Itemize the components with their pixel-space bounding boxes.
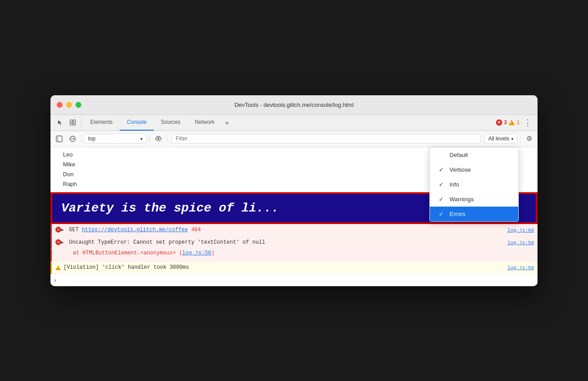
svg-rect-0 — [70, 120, 72, 122]
error-icon-1: ✕ — [55, 227, 61, 233]
svg-point-8 — [157, 138, 159, 140]
dropdown-item-errors[interactable]: ✓ Errors — [430, 207, 518, 221]
window-title: DevTools - devtools.glitch.me/console/lo… — [235, 102, 354, 108]
log-entry-error-2: ✕ ▶ Uncaught TypeError: Cannot set prope… — [50, 237, 538, 249]
error-badge: ✕ 3 1 — [496, 119, 520, 126]
log-text-2: ▶ Uncaught TypeError: Cannot set propert… — [61, 238, 504, 246]
log-file-1[interactable]: log.js:68 — [508, 228, 534, 233]
console-toolbar: top ▾ All levels ▾ ⚙ — [50, 131, 538, 147]
close-button[interactable] — [57, 102, 63, 108]
expand-arrow-2[interactable]: ▶ — [61, 240, 64, 245]
layers-icon-button[interactable] — [67, 116, 79, 129]
svg-rect-2 — [70, 123, 72, 125]
prompt-chevron-icon: › — [54, 277, 56, 284]
console-area: Leo Mike Don Raph Variety is the spice o… — [50, 147, 538, 286]
check-verbose: ✓ — [439, 166, 446, 173]
console-prompt: › — [50, 274, 538, 286]
error-link-1[interactable]: https://devtools.glitch.me/coffee — [82, 227, 188, 233]
dropdown-item-warnings[interactable]: ✓ Warnings — [430, 192, 518, 207]
clear-console-button[interactable] — [67, 133, 78, 144]
toolbar-separator-2 — [149, 135, 150, 143]
context-dropdown[interactable]: top ▾ — [84, 134, 147, 144]
sidebar-toggle-button[interactable] — [53, 133, 65, 144]
log-text-violation: [Violation] 'click' handler took 3000ms — [63, 263, 504, 271]
log-text-1: ▶ GET https://devtools.glitch.me/coffee … — [61, 226, 504, 234]
devtools-window: DevTools - devtools.glitch.me/console/lo… — [50, 95, 538, 286]
check-warnings: ✓ — [439, 196, 446, 203]
log-entry-violation: [Violation] 'click' handler took 3000ms … — [50, 262, 538, 274]
svg-rect-3 — [73, 123, 76, 125]
svg-rect-5 — [56, 136, 58, 142]
error-x-icon: ✕ — [496, 119, 502, 126]
expand-arrow-1[interactable]: ▶ — [61, 228, 64, 233]
log-levels-dropdown[interactable]: All levels ▾ — [484, 134, 517, 144]
toolbar-separator-3 — [167, 135, 167, 143]
warning-triangle-icon — [508, 120, 515, 125]
minimize-button[interactable] — [66, 102, 72, 108]
filter-input[interactable] — [172, 134, 481, 144]
window-controls — [57, 102, 81, 108]
more-options-button[interactable]: ⋮ — [521, 116, 534, 129]
dropdown-item-verbose[interactable]: ✓ Verbose — [430, 162, 518, 177]
log-entry-error-1: ✕ ▶ GET https://devtools.glitch.me/coffe… — [50, 224, 538, 237]
settings-gear-button[interactable]: ⚙ — [523, 133, 535, 144]
eye-icon-button[interactable] — [152, 133, 164, 144]
indent-link-1[interactable]: log.js:56 — [182, 250, 211, 256]
titlebar: DevTools - devtools.glitch.me/console/lo… — [50, 95, 538, 115]
check-default — [439, 152, 446, 158]
tab-elements[interactable]: Elements — [83, 114, 120, 131]
devtools-tabs-bar: Elements Console Sources Network » ✕ 3 1… — [50, 115, 538, 131]
log-text-2-indent: at HTMLButtonElement.<anonymous> (log.js… — [64, 249, 534, 257]
tab-more-button[interactable]: » — [222, 114, 232, 131]
log-file-2[interactable]: log.js:56 — [508, 240, 534, 246]
check-info: ✓ — [439, 181, 446, 188]
tab-console[interactable]: Console — [120, 114, 154, 131]
tab-separator-1 — [81, 118, 81, 127]
warning-icon — [55, 265, 61, 270]
toolbar-separator-1 — [81, 135, 81, 143]
check-errors: ✓ — [439, 211, 446, 217]
tab-network[interactable]: Network — [188, 114, 222, 131]
dropdown-item-default[interactable]: Default — [430, 148, 518, 162]
log-entries-container: ✕ ▶ GET https://devtools.glitch.me/coffe… — [50, 224, 538, 286]
log-entry-error-2-indent: at HTMLButtonElement.<anonymous> (log.js… — [50, 249, 538, 262]
log-file-violation[interactable]: log.js:59 — [508, 265, 534, 271]
cursor-icon-button[interactable] — [54, 116, 67, 129]
maximize-button[interactable] — [76, 102, 81, 108]
tab-sources[interactable]: Sources — [154, 114, 188, 131]
log-levels-menu: Default ✓ Verbose ✓ Info ✓ Warnings ✓ Er… — [429, 147, 519, 222]
toolbar-separator-4 — [520, 135, 521, 143]
error-icon-2: ✕ — [55, 239, 61, 245]
log-entry-error-2-wrapper: ✕ ▶ Uncaught TypeError: Cannot set prope… — [50, 237, 538, 262]
dropdown-item-info[interactable]: ✓ Info — [430, 177, 518, 192]
svg-rect-1 — [73, 120, 76, 122]
